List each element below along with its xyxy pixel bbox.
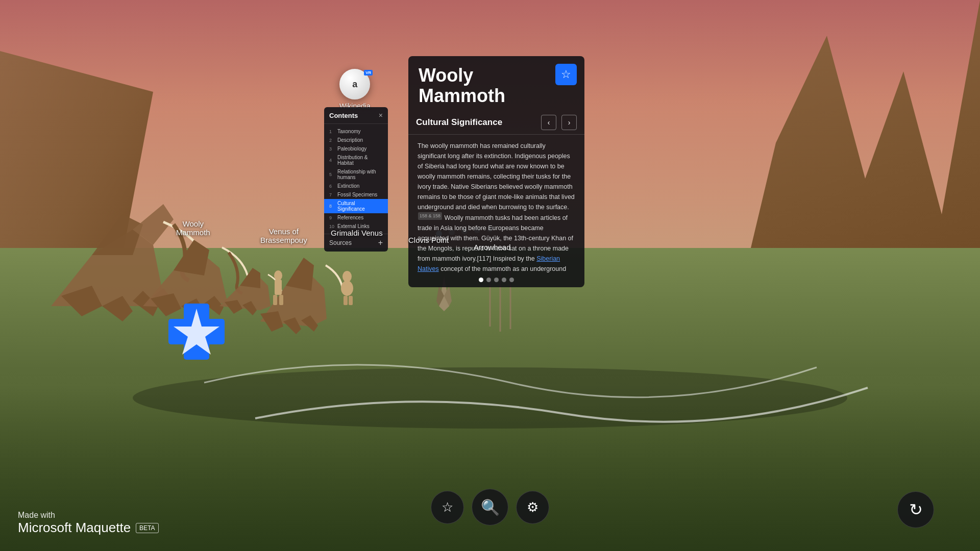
contents-header: Contents ×	[324, 107, 388, 124]
favorite-button[interactable]: ☆	[431, 491, 464, 524]
arrowhead-label-text: Arrowhead	[474, 243, 511, 252]
wiki-ball-container: a VR	[339, 69, 370, 99]
dot-1	[479, 278, 483, 282]
branding: Made with Microsoft Maquette BETA	[18, 511, 159, 536]
svg-rect-24	[279, 295, 283, 305]
search-icon: 🔍	[481, 498, 500, 516]
item-label-fossil: Fossil Specimens	[337, 192, 377, 197]
item-label-relationship: Relationship with humans	[337, 169, 383, 180]
settings-icon: ⚙	[527, 499, 538, 515]
article-title: Wooly Mammoth	[419, 65, 559, 106]
contents-list: 1 Taxonomy 2 Description 3 Paleobiology …	[324, 124, 388, 234]
label-arrowhead: Arrowhead	[474, 243, 511, 252]
item-num-8: 8	[329, 204, 335, 209]
item-num-3: 3	[329, 146, 335, 152]
contents-close-button[interactable]: ×	[379, 111, 383, 119]
bookmark-star-icon: ☆	[561, 68, 571, 81]
item-num-7: 7	[329, 192, 335, 197]
label-venus-brassempouy: Venus ofBrassempouy	[260, 227, 307, 244]
contents-item-distribution[interactable]: 4 Distribution & Habitat	[324, 153, 388, 167]
contents-item-fossil[interactable]: 7 Fossil Specimens	[324, 190, 388, 199]
add-source-icon[interactable]: +	[378, 238, 383, 247]
item-label-description: Description	[337, 137, 363, 143]
item-label-paleobiology: Paleobiology	[337, 146, 366, 152]
item-label-extinction: Extinction	[337, 183, 359, 189]
label-clovis-point: Clovis Point	[408, 236, 449, 244]
item-num-6: 6	[329, 184, 335, 189]
wikipedia-icon[interactable]: a VR Wikipedia	[339, 69, 371, 110]
item-label-cultural: Cultural Significance	[337, 201, 383, 212]
item-num-10: 10	[329, 224, 335, 229]
article-body: The woolly mammoth has remained cultural…	[408, 135, 584, 272]
svg-rect-28	[349, 296, 353, 305]
prev-section-button[interactable]: ‹	[541, 115, 556, 130]
item-num-1: 1	[329, 129, 335, 134]
dot-4	[502, 278, 506, 282]
item-num-2: 2	[329, 138, 335, 143]
item-label-distribution: Distribution & Habitat	[337, 155, 383, 166]
svg-marker-8	[174, 240, 209, 276]
next-section-button[interactable]: ›	[561, 115, 577, 130]
item-label-references: References	[337, 215, 363, 220]
label-grimaldi-venus: Grimaldi Venus	[331, 229, 383, 237]
bookmark-button[interactable]: ☆	[555, 64, 577, 85]
contents-item-extinction[interactable]: 6 Extinction	[324, 182, 388, 190]
svg-marker-17	[286, 258, 314, 291]
info-panel: Wooly Mammoth ☆ Cultural Significance ‹ …	[408, 56, 584, 287]
body-paragraph-1: The woolly mammoth has remained cultural…	[418, 141, 575, 272]
svg-rect-23	[273, 295, 277, 305]
beta-badge: BETA	[136, 523, 158, 533]
svg-point-21	[274, 270, 282, 281]
contents-item-references[interactable]: 9 References	[324, 213, 388, 222]
contents-item-description[interactable]: 2 Description	[324, 136, 388, 144]
wiki-letter: a	[352, 79, 357, 90]
dot-2	[486, 278, 491, 282]
contents-title: Contents	[329, 112, 358, 119]
sources-label: Sources	[329, 239, 352, 246]
bottom-toolbar: ☆ 🔍 ⚙	[431, 489, 549, 525]
venus-brassempouy-label-text: Venus ofBrassempouy	[260, 227, 307, 244]
item-num-5: 5	[329, 172, 335, 177]
body-text-1: The woolly mammoth has remained cultural…	[418, 142, 575, 211]
label-wooly-mammoth: WoolyMammoth	[176, 219, 210, 237]
favorite-icon: ☆	[442, 499, 453, 515]
history-button[interactable]: ↺	[897, 491, 934, 528]
made-with-text: Made with	[18, 511, 159, 520]
svg-rect-27	[344, 296, 348, 305]
item-num-4: 4	[329, 158, 335, 163]
product-name-text: Microsoft Maquette	[18, 520, 131, 536]
svg-point-25	[342, 271, 352, 282]
svg-marker-13	[240, 268, 260, 288]
contents-item-cultural[interactable]: 8 Cultural Significance	[324, 199, 388, 213]
clovis-label-text: Clovis Point	[408, 236, 449, 244]
reference-badge-1: 158 & 158	[418, 212, 442, 219]
mammoth-label-text: WoolyMammoth	[176, 219, 210, 237]
grimaldi-label-text: Grimaldi Venus	[331, 229, 383, 237]
trail-shadow	[133, 367, 847, 429]
section-title: Cultural Significance	[416, 117, 536, 128]
product-name: Microsoft Maquette BETA	[18, 520, 159, 536]
pagination-dots	[408, 272, 584, 287]
vr-badge: VR	[364, 70, 373, 76]
section-nav: Cultural Significance ‹ ›	[408, 111, 584, 135]
contents-item-relationship[interactable]: 5 Relationship with humans	[324, 167, 388, 182]
figurine-grimaldi	[341, 271, 353, 305]
item-label-taxonomy: Taxonomy	[337, 129, 361, 134]
body-text-3: concept of the mammoth as an underground…	[418, 265, 575, 272]
svg-rect-22	[275, 280, 282, 295]
dot-3	[494, 278, 499, 282]
dot-5	[509, 278, 514, 282]
search-button[interactable]: 🔍	[472, 489, 508, 525]
history-icon: ↺	[909, 500, 923, 519]
mammoth-standing	[260, 258, 343, 334]
contents-item-paleobiology[interactable]: 3 Paleobiology	[324, 144, 388, 153]
settings-button[interactable]: ⚙	[516, 491, 549, 524]
contents-item-taxonomy[interactable]: 1 Taxonomy	[324, 127, 388, 136]
item-num-9: 9	[329, 215, 335, 220]
svg-point-26	[341, 281, 353, 296]
